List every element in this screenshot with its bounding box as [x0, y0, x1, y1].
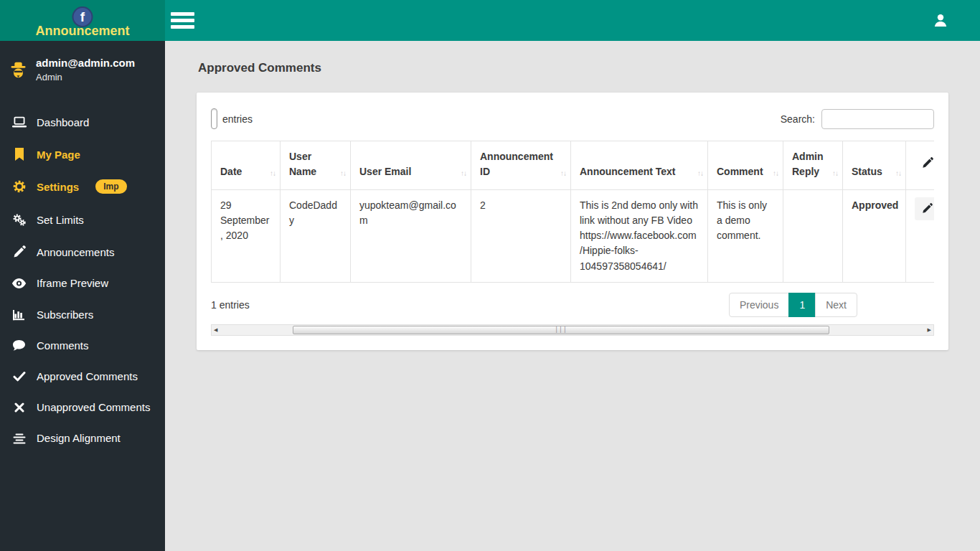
user-email: admin@admin.com [36, 57, 135, 69]
sidebar-item-label: Approved Comments [37, 370, 138, 382]
table-container: Date↑↓ User Name↑↓ User Email↑↓ Announce… [211, 141, 934, 283]
sidebar-item-label: Set Limits [37, 214, 84, 226]
horizontal-scrollbar[interactable]: ◀ ||| ▶ [211, 324, 934, 336]
sidebar-item-design-alignment[interactable]: Design Alignment [0, 423, 165, 453]
sidebar-item-label: Subscribers [37, 309, 93, 321]
user-profile: admin@admin.com Admin [0, 41, 165, 93]
page-1-button[interactable]: 1 [788, 293, 816, 317]
sort-icon: ↑↓ [270, 168, 275, 179]
sidebar-item-settings[interactable]: Settings Imp [0, 170, 165, 203]
sidebar-item-subscribers[interactable]: Subscribers [0, 298, 165, 330]
topbar [165, 0, 980, 41]
bookmark-icon [11, 148, 27, 161]
table-row: 29 September, 2020 CodeDaddy yupokteam@g… [212, 189, 935, 282]
cell-date: 29 September, 2020 [212, 189, 281, 282]
scroll-left-arrow-icon[interactable]: ◀ [214, 327, 217, 332]
user-role: Admin [36, 72, 135, 83]
entries-length-select[interactable] [211, 108, 217, 129]
sidebar-item-comments[interactable]: Comments [0, 330, 165, 361]
scroll-right-arrow-icon[interactable]: ▶ [928, 327, 931, 332]
cogs-icon [11, 212, 27, 227]
eye-icon [11, 278, 27, 289]
check-icon [11, 371, 27, 382]
sidebar-nav: Dashboard My Page Settings Imp [0, 105, 165, 453]
brand-header: f Announcement [0, 0, 165, 41]
column-header-admin-reply[interactable]: Admin Reply↑↓ [783, 141, 843, 190]
cell-admin-reply [783, 189, 843, 282]
hamburger-menu-icon[interactable] [171, 9, 194, 32]
gear-icon [11, 179, 27, 194]
pagination: Previous 1 Next [730, 293, 857, 317]
column-header-date[interactable]: Date↑↓ [212, 141, 281, 190]
sidebar-item-my-page[interactable]: My Page [0, 138, 165, 170]
cell-user-email: yupokteam@gmail.com [351, 189, 471, 282]
previous-page-button[interactable]: Previous [729, 293, 789, 317]
column-header-user-email[interactable]: User Email↑↓ [351, 141, 471, 190]
brand-title: Announcement [0, 24, 165, 39]
column-header-announcement-text[interactable]: Announcement Text↑↓ [571, 141, 708, 190]
sidebar-item-set-limits[interactable]: Set Limits [0, 203, 165, 236]
sort-icon: ↑↓ [697, 168, 703, 179]
sidebar-item-unapproved-comments[interactable]: Unapproved Comments [0, 392, 165, 423]
cell-edit [906, 189, 935, 282]
page-title: Approved Comments [198, 61, 948, 75]
page-content: Approved Comments entries Search: [165, 41, 980, 350]
sidebar: f Announcement admin@admin.com Admin [0, 0, 165, 551]
sort-icon: ↑↓ [560, 168, 566, 179]
scrollbar-grip: ||| [555, 327, 567, 333]
next-page-button[interactable]: Next [815, 293, 857, 317]
sidebar-item-announcements[interactable]: Announcements [0, 236, 165, 268]
column-header-announcement-id[interactable]: Announcement ID↑↓ [471, 141, 571, 190]
sidebar-item-label: Unapproved Comments [37, 401, 150, 413]
pencil-icon [11, 245, 27, 258]
cell-comment: This is only a demo comment. [708, 189, 783, 282]
table-header-row: Date↑↓ User Name↑↓ User Email↑↓ Announce… [212, 141, 935, 190]
sidebar-item-approved-comments[interactable]: Approved Comments [0, 361, 165, 392]
search-label: Search: [781, 113, 815, 125]
column-header-edit [906, 141, 935, 190]
cell-status: Approved [843, 189, 906, 282]
sort-icon: ↑↓ [461, 168, 466, 179]
approved-comments-table: Date↑↓ User Name↑↓ User Email↑↓ Announce… [211, 141, 934, 283]
sidebar-item-label: Design Alignment [37, 432, 121, 444]
sidebar-item-dashboard[interactable]: Dashboard [0, 105, 165, 138]
user-account-icon[interactable] [933, 13, 948, 28]
table-info: 1 entries [211, 299, 250, 311]
column-header-status[interactable]: Status↑↓ [843, 141, 906, 190]
align-center-icon [11, 433, 27, 444]
edit-row-button[interactable] [915, 197, 935, 220]
column-header-user-name[interactable]: User Name↑↓ [281, 141, 351, 190]
column-header-comment[interactable]: Comment↑↓ [708, 141, 783, 190]
approved-comments-card: entries Search: [197, 93, 948, 350]
cell-announcement-text: This is 2nd demo only with link without … [571, 189, 708, 282]
sort-icon: ↑↓ [895, 168, 901, 179]
cell-user-name: CodeDaddy [281, 189, 351, 282]
sidebar-item-label: Iframe Preview [37, 277, 108, 289]
pencil-icon [922, 203, 933, 214]
scrollbar-thumb[interactable]: ||| [293, 326, 829, 334]
pencil-icon [922, 159, 933, 171]
imp-badge: Imp [95, 179, 126, 194]
sidebar-item-label: My Page [37, 149, 80, 161]
main-area: Approved Comments entries Search: [165, 0, 980, 551]
entries-length-control: entries [211, 108, 253, 129]
sidebar-item-label: Dashboard [37, 116, 89, 128]
app-window: f Announcement admin@admin.com Admin [0, 0, 980, 551]
sidebar-item-iframe-preview[interactable]: Iframe Preview [0, 268, 165, 298]
sidebar-item-label: Settings [37, 181, 79, 193]
sidebar-item-label: Comments [37, 339, 89, 352]
bar-chart-icon [11, 308, 27, 321]
x-icon [11, 402, 27, 413]
search-input[interactable] [821, 109, 934, 129]
laptop-icon [11, 115, 27, 129]
sort-icon: ↑↓ [773, 168, 778, 179]
entries-label: entries [222, 113, 253, 125]
sort-icon: ↑↓ [340, 168, 346, 179]
cell-announcement-id: 2 [471, 189, 571, 282]
user-secret-icon [9, 60, 28, 80]
sidebar-item-label: Announcements [37, 246, 114, 258]
search-control: Search: [781, 109, 934, 129]
sort-icon: ↑↓ [832, 168, 838, 179]
comment-icon [11, 339, 27, 352]
